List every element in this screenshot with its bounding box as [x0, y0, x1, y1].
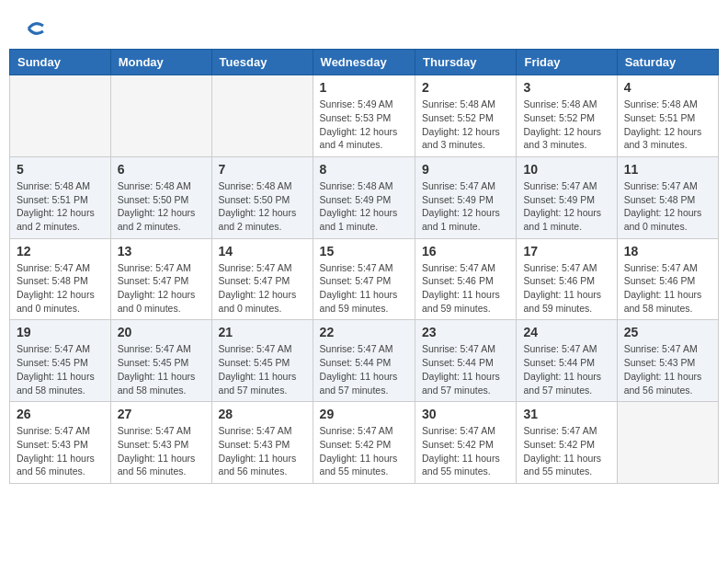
calendar-table: SundayMondayTuesdayWednesdayThursdayFrid… [9, 49, 719, 484]
calendar-day-cell: 13Sunrise: 5:47 AMSunset: 5:47 PMDayligh… [110, 238, 211, 320]
calendar-day-cell [10, 75, 111, 157]
calendar-week-row: 19Sunrise: 5:47 AMSunset: 5:45 PMDayligh… [10, 320, 719, 402]
calendar-day-cell: 8Sunrise: 5:48 AMSunset: 5:49 PMDaylight… [313, 156, 415, 238]
day-number: 11 [624, 162, 711, 177]
calendar-week-row: 5Sunrise: 5:48 AMSunset: 5:51 PMDaylight… [10, 156, 719, 238]
calendar-day-cell: 22Sunrise: 5:47 AMSunset: 5:44 PMDayligh… [313, 320, 415, 402]
calendar-day-cell: 17Sunrise: 5:47 AMSunset: 5:46 PMDayligh… [517, 238, 617, 320]
day-number: 20 [118, 325, 205, 339]
day-info: Sunrise: 5:48 AMSunset: 5:50 PMDaylight:… [219, 179, 306, 234]
day-number: 3 [523, 80, 609, 95]
calendar-day-cell: 24Sunrise: 5:47 AMSunset: 5:44 PMDayligh… [517, 320, 617, 402]
day-info: Sunrise: 5:49 AMSunset: 5:53 PMDaylight:… [320, 98, 408, 152]
calendar-day-cell: 1Sunrise: 5:49 AMSunset: 5:53 PMDaylight… [313, 75, 415, 157]
day-info: Sunrise: 5:47 AMSunset: 5:45 PMDaylight:… [118, 342, 205, 396]
day-number: 19 [17, 325, 104, 339]
day-info: Sunrise: 5:47 AMSunset: 5:44 PMDaylight:… [422, 342, 509, 396]
day-number: 17 [523, 244, 609, 259]
calendar-day-cell: 30Sunrise: 5:47 AMSunset: 5:42 PMDayligh… [415, 402, 517, 484]
calendar-day-cell: 15Sunrise: 5:47 AMSunset: 5:47 PMDayligh… [313, 238, 415, 320]
day-info: Sunrise: 5:47 AMSunset: 5:43 PMDaylight:… [219, 424, 306, 478]
day-info: Sunrise: 5:47 AMSunset: 5:42 PMDaylight:… [523, 424, 609, 478]
day-number: 15 [320, 244, 408, 259]
calendar-day-cell: 19Sunrise: 5:47 AMSunset: 5:45 PMDayligh… [10, 320, 111, 402]
calendar-week-row: 26Sunrise: 5:47 AMSunset: 5:43 PMDayligh… [10, 402, 719, 484]
day-number: 18 [624, 244, 711, 259]
calendar-day-cell: 7Sunrise: 5:48 AMSunset: 5:50 PMDaylight… [211, 156, 313, 238]
day-info: Sunrise: 5:48 AMSunset: 5:51 PMDaylight:… [624, 98, 711, 152]
day-number: 29 [320, 407, 408, 421]
day-info: Sunrise: 5:47 AMSunset: 5:43 PMDaylight:… [118, 424, 205, 478]
calendar-week-row: 12Sunrise: 5:47 AMSunset: 5:48 PMDayligh… [10, 238, 719, 320]
day-number: 9 [422, 162, 509, 177]
logo [23, 18, 45, 40]
calendar-day-cell: 18Sunrise: 5:47 AMSunset: 5:46 PMDayligh… [617, 238, 718, 320]
header-saturday: Saturday [617, 50, 718, 75]
calendar-day-cell [211, 75, 313, 157]
calendar-day-cell: 6Sunrise: 5:48 AMSunset: 5:50 PMDaylight… [110, 156, 211, 238]
day-info: Sunrise: 5:47 AMSunset: 5:47 PMDaylight:… [118, 261, 205, 316]
calendar-day-cell: 4Sunrise: 5:48 AMSunset: 5:51 PMDaylight… [617, 75, 718, 157]
calendar-week-row: 1Sunrise: 5:49 AMSunset: 5:53 PMDaylight… [10, 75, 719, 157]
day-number: 2 [422, 80, 509, 95]
day-info: Sunrise: 5:47 AMSunset: 5:48 PMDaylight:… [624, 179, 711, 234]
header-monday: Monday [110, 50, 211, 75]
day-number: 27 [118, 407, 205, 421]
day-info: Sunrise: 5:47 AMSunset: 5:43 PMDaylight:… [624, 342, 711, 396]
calendar-day-cell: 16Sunrise: 5:47 AMSunset: 5:46 PMDayligh… [415, 238, 517, 320]
day-info: Sunrise: 5:47 AMSunset: 5:46 PMDaylight:… [422, 261, 509, 316]
day-number: 24 [523, 325, 609, 339]
day-info: Sunrise: 5:47 AMSunset: 5:46 PMDaylight:… [523, 261, 609, 316]
header-sunday: Sunday [10, 50, 111, 75]
calendar-day-cell: 20Sunrise: 5:47 AMSunset: 5:45 PMDayligh… [110, 320, 211, 402]
day-info: Sunrise: 5:47 AMSunset: 5:42 PMDaylight:… [320, 424, 408, 478]
day-info: Sunrise: 5:48 AMSunset: 5:51 PMDaylight:… [17, 179, 104, 234]
calendar-day-cell: 9Sunrise: 5:47 AMSunset: 5:49 PMDaylight… [415, 156, 517, 238]
calendar-day-cell: 25Sunrise: 5:47 AMSunset: 5:43 PMDayligh… [617, 320, 718, 402]
calendar-day-cell: 2Sunrise: 5:48 AMSunset: 5:52 PMDaylight… [415, 75, 517, 157]
day-info: Sunrise: 5:47 AMSunset: 5:49 PMDaylight:… [422, 179, 509, 234]
day-info: Sunrise: 5:47 AMSunset: 5:45 PMDaylight:… [219, 342, 306, 396]
calendar-day-cell: 14Sunrise: 5:47 AMSunset: 5:47 PMDayligh… [211, 238, 313, 320]
day-number: 13 [118, 244, 205, 259]
logo-icon [25, 18, 45, 39]
header-tuesday: Tuesday [211, 50, 313, 75]
calendar-day-cell [617, 402, 718, 484]
calendar-day-cell: 23Sunrise: 5:47 AMSunset: 5:44 PMDayligh… [415, 320, 517, 402]
day-info: Sunrise: 5:47 AMSunset: 5:47 PMDaylight:… [320, 261, 408, 316]
calendar-day-cell: 3Sunrise: 5:48 AMSunset: 5:52 PMDaylight… [517, 75, 617, 157]
calendar-day-cell: 27Sunrise: 5:47 AMSunset: 5:43 PMDayligh… [110, 402, 211, 484]
day-info: Sunrise: 5:48 AMSunset: 5:49 PMDaylight:… [320, 179, 408, 234]
calendar-day-cell: 31Sunrise: 5:47 AMSunset: 5:42 PMDayligh… [517, 402, 617, 484]
day-number: 10 [523, 162, 609, 177]
day-info: Sunrise: 5:47 AMSunset: 5:46 PMDaylight:… [624, 261, 711, 316]
day-number: 31 [523, 407, 609, 421]
day-number: 26 [17, 407, 104, 421]
day-info: Sunrise: 5:47 AMSunset: 5:44 PMDaylight:… [320, 342, 408, 396]
day-info: Sunrise: 5:47 AMSunset: 5:42 PMDaylight:… [422, 424, 509, 478]
header-wednesday: Wednesday [313, 50, 415, 75]
day-number: 25 [624, 325, 711, 339]
calendar-day-cell: 28Sunrise: 5:47 AMSunset: 5:43 PMDayligh… [211, 402, 313, 484]
calendar-day-cell: 12Sunrise: 5:47 AMSunset: 5:48 PMDayligh… [10, 238, 111, 320]
day-number: 21 [219, 325, 306, 339]
header-friday: Friday [517, 50, 617, 75]
calendar-header-row: SundayMondayTuesdayWednesdayThursdayFrid… [10, 50, 719, 75]
day-number: 5 [17, 162, 104, 177]
day-info: Sunrise: 5:47 AMSunset: 5:49 PMDaylight:… [523, 179, 609, 234]
day-number: 8 [320, 162, 408, 177]
calendar-day-cell: 26Sunrise: 5:47 AMSunset: 5:43 PMDayligh… [10, 402, 111, 484]
calendar-day-cell: 29Sunrise: 5:47 AMSunset: 5:42 PMDayligh… [313, 402, 415, 484]
calendar-day-cell: 11Sunrise: 5:47 AMSunset: 5:48 PMDayligh… [617, 156, 718, 238]
day-number: 23 [422, 325, 509, 339]
day-info: Sunrise: 5:48 AMSunset: 5:52 PMDaylight:… [422, 98, 509, 152]
calendar-day-cell: 21Sunrise: 5:47 AMSunset: 5:45 PMDayligh… [211, 320, 313, 402]
day-number: 14 [219, 244, 306, 259]
day-info: Sunrise: 5:47 AMSunset: 5:43 PMDaylight:… [17, 424, 104, 478]
day-info: Sunrise: 5:48 AMSunset: 5:50 PMDaylight:… [118, 179, 205, 234]
day-info: Sunrise: 5:47 AMSunset: 5:44 PMDaylight:… [523, 342, 609, 396]
day-number: 4 [624, 80, 711, 95]
day-number: 16 [422, 244, 509, 259]
day-info: Sunrise: 5:47 AMSunset: 5:45 PMDaylight:… [17, 342, 104, 396]
day-number: 6 [118, 162, 205, 177]
